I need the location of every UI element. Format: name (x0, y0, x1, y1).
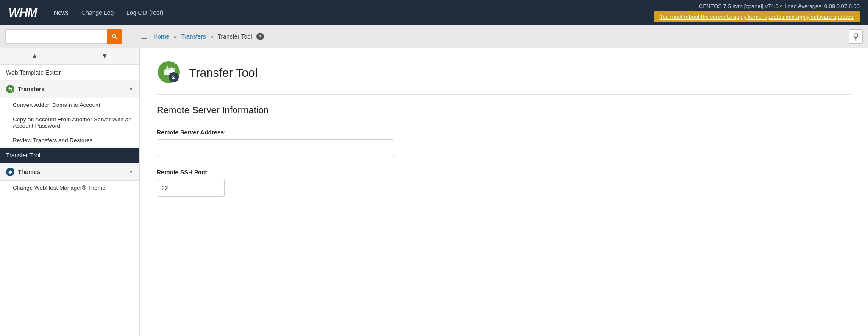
sidebar-item-copy-account[interactable]: Copy an Account From Another Server With… (0, 112, 139, 133)
search-wrap (5, 29, 132, 44)
sidebar-item-convert-addon[interactable]: Convert Addon Domain to Account (0, 98, 139, 112)
top-bar-right: CENTOS 7.5 kvm [cpanel] v74.0.4 Load Ave… (654, 3, 860, 22)
section-title: Remote Server Information (157, 105, 851, 120)
nav-logout[interactable]: Log Out (root) (126, 9, 163, 16)
transfers-section-icon: ⇆ (6, 85, 14, 93)
breadcrumb-sep1: » (173, 33, 177, 40)
whm-logo: WHM (8, 6, 37, 20)
nav-changelog[interactable]: Change Log (81, 9, 114, 16)
themes-section-label: Themes (18, 168, 40, 175)
search-row: ☰ Home » Transfers » Transfer Tool ? ⚲ (0, 25, 868, 48)
remote-server-address-label: Remote Server Address: (157, 129, 851, 136)
breadcrumb-sep2: » (210, 33, 214, 40)
page-title: Transfer Tool (189, 66, 258, 80)
nav-news[interactable]: News (54, 9, 69, 16)
sidebar-item-change-theme[interactable]: Change WebHost Manager® Theme (0, 181, 139, 195)
breadcrumb-current: Transfer Tool (218, 33, 252, 40)
layout: ▲ ▼ Web Template Editor ⇆ Transfers ▼ Co… (0, 48, 868, 336)
remote-server-address-input[interactable] (157, 139, 394, 157)
sidebar-item-web-template-editor[interactable]: Web Template Editor (0, 65, 139, 81)
top-bar: WHM News Change Log Log Out (root) CENTO… (0, 0, 868, 25)
sidebar-section-transfers[interactable]: ⇆ Transfers ▼ (0, 81, 139, 98)
lifebuoy-button[interactable]: ⚲ (849, 29, 863, 44)
transfers-chevron-icon: ▼ (128, 86, 134, 92)
sidebar-nav-arrows: ▲ ▼ (0, 48, 139, 65)
hamburger-icon[interactable]: ☰ (141, 32, 147, 41)
sidebar-item-transfer-tool[interactable]: Transfer Tool (0, 148, 139, 163)
nav-up-button[interactable]: ▲ (0, 48, 70, 64)
page-header: ⚙ Transfer Tool (157, 60, 851, 95)
search-button[interactable] (107, 29, 122, 44)
breadcrumb-transfers[interactable]: Transfers (181, 33, 206, 40)
themes-section-icon: ◆ (6, 168, 14, 176)
themes-chevron-icon: ▼ (128, 169, 134, 175)
remote-server-address-group: Remote Server Address: (157, 129, 851, 157)
main-content: ⚙ Transfer Tool Remote Server Informatio… (140, 48, 868, 336)
search-icon (111, 33, 118, 40)
reboot-alert[interactable]: You must reboot the server to apply kern… (654, 11, 860, 22)
svg-text:⚙: ⚙ (171, 74, 176, 81)
sidebar: ▲ ▼ Web Template Editor ⇆ Transfers ▼ Co… (0, 48, 140, 336)
search-input[interactable] (5, 29, 107, 44)
breadcrumb-home[interactable]: Home (153, 33, 169, 40)
transfers-section-label: Transfers (18, 86, 45, 92)
sidebar-section-themes[interactable]: ◆ Themes ▼ (0, 163, 139, 181)
server-info: CENTOS 7.5 kvm [cpanel] v74.0.4 Load Ave… (699, 3, 860, 9)
remote-ssh-port-group: Remote SSH Port: (157, 169, 851, 197)
nav-down-button[interactable]: ▼ (70, 48, 139, 64)
help-icon[interactable]: ? (256, 33, 264, 40)
page-icon: ⚙ (157, 60, 182, 86)
remote-ssh-port-input[interactable] (157, 179, 225, 197)
sidebar-item-review-transfers[interactable]: Review Transfers and Restores (0, 133, 139, 148)
breadcrumb: ☰ Home » Transfers » Transfer Tool ? ⚲ (132, 29, 863, 44)
remote-ssh-port-label: Remote SSH Port: (157, 169, 851, 176)
